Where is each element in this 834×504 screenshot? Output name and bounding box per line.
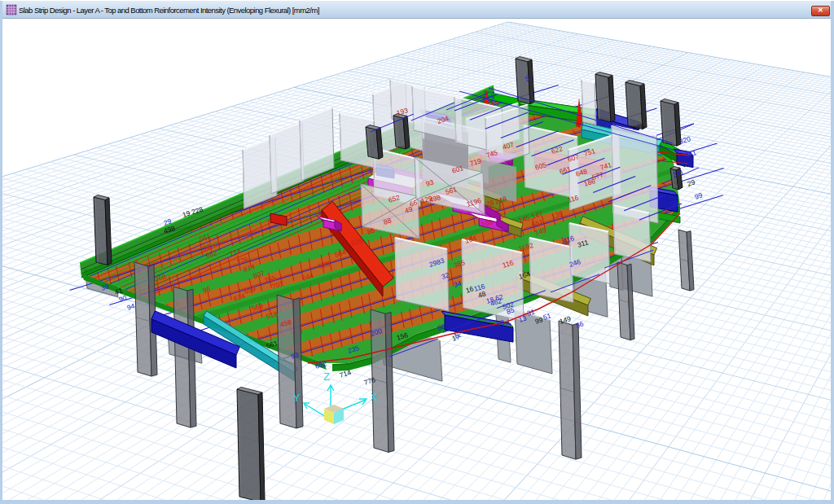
svg-text:Z: Z	[323, 370, 330, 383]
svg-text:Y: Y	[293, 392, 301, 404]
svg-text:X: X	[371, 391, 378, 403]
